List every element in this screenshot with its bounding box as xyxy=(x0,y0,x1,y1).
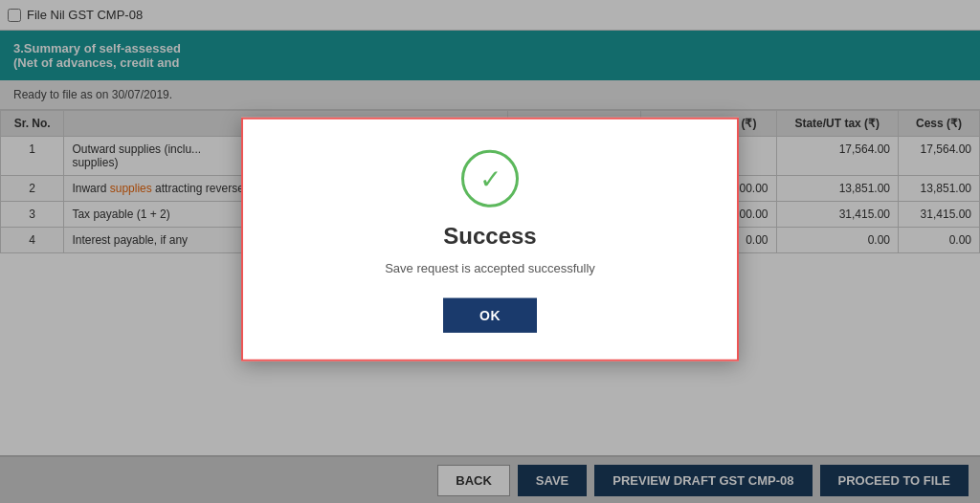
success-modal: ✓ Success Save request is accepted succe… xyxy=(241,118,739,361)
page-wrapper: File Nil GST CMP-08 3.Summary of self-as… xyxy=(0,0,980,503)
modal-title: Success xyxy=(281,223,699,250)
modal-ok-button[interactable]: OK xyxy=(443,298,537,333)
success-check-icon: ✓ xyxy=(461,150,519,208)
modal-message: Save request is accepted successfully xyxy=(281,261,699,275)
